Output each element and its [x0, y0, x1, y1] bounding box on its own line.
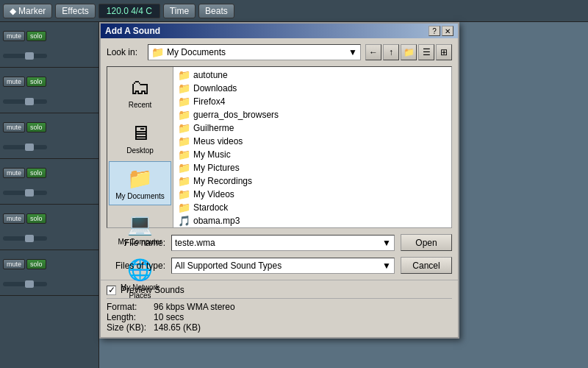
dialog-bottom: ✓ Preview Sounds Format: 96 kbps WMA ste… — [101, 280, 458, 337]
solo-btn[interactable]: solo — [26, 259, 46, 269]
format-row: Format: 96 kbps WMA stereo — [107, 302, 452, 312]
track-row: mutesolo — [0, 22, 98, 68]
list-item[interactable]: 📁guerra_dos_browsers — [175, 108, 450, 121]
mute-btn[interactable]: mute — [3, 168, 25, 178]
list-item[interactable]: 📁Downloads — [175, 82, 450, 95]
nav-label-desktop: Desktop — [126, 146, 154, 155]
file-name-label: My Music — [193, 149, 231, 160]
preview-checkbox[interactable]: ✓ — [107, 286, 116, 295]
filetype-value: All Supported Sound Types — [175, 261, 282, 271]
list-item[interactable]: 📁Meus videos — [175, 135, 450, 148]
solo-btn[interactable]: solo — [26, 213, 46, 224]
dialog-close-button[interactable]: ✕ — [442, 26, 453, 36]
track-row: mutesolo — [0, 159, 98, 205]
file-name-label: Meus videos — [193, 136, 243, 146]
beats-button[interactable]: Beats — [198, 4, 234, 18]
folder-icon: 📁 — [178, 109, 190, 121]
effects-button[interactable]: Effects — [55, 4, 95, 18]
file-name-label: Firefox4 — [193, 96, 225, 107]
folder-icon: 📁 — [151, 46, 164, 58]
list-item[interactable]: 📁My Pictures — [175, 161, 450, 174]
fader[interactable] — [3, 236, 47, 241]
marker-icon: ◆ — [10, 6, 16, 16]
add-sound-dialog: Add A Sound ? ✕ Look in: 📁 My Documents … — [99, 22, 459, 339]
filename-dropdown-arrow: ▼ — [382, 238, 391, 248]
mute-btn[interactable]: mute — [3, 31, 25, 41]
title-buttons: ? ✕ — [429, 26, 453, 36]
solo-btn[interactable]: solo — [26, 122, 46, 132]
filetype-label: Files of type: — [107, 261, 165, 271]
list-item[interactable]: 📁Guilherme — [175, 121, 450, 135]
cancel-button[interactable]: Cancel — [401, 257, 452, 274]
list-item[interactable]: 📁My Recordings — [175, 174, 450, 188]
solo-btn[interactable]: solo — [26, 168, 46, 178]
format-label: Format: — [107, 302, 151, 312]
list-item[interactable]: 📁Stardock — [175, 201, 450, 214]
fader[interactable] — [3, 191, 47, 195]
nav-item-desktop[interactable]: 🖥 Desktop — [109, 116, 171, 160]
file-name-label: Stardock — [193, 202, 228, 213]
folder-icon: 📁 — [178, 122, 190, 134]
mute-btn[interactable]: mute — [3, 213, 25, 224]
preview-label: Preview Sounds — [121, 285, 184, 295]
filetype-select[interactable]: All Supported Sound Types ▼ — [171, 258, 395, 274]
list-item[interactable]: 📁My Music — [175, 148, 450, 161]
size-label: Size (KB): — [107, 322, 151, 333]
track-row: mutesolo — [0, 68, 98, 113]
file-list: 📁autotune📁Downloads📁Firefox4📁guerra_dos_… — [173, 67, 451, 227]
filename-input[interactable]: teste.wma ▼ — [171, 235, 395, 251]
marker-button[interactable]: ◆ Marker — [3, 4, 52, 18]
open-button[interactable]: Open — [401, 234, 452, 251]
recent-icon: 🗂 — [130, 75, 151, 99]
time-button[interactable]: Time — [163, 4, 196, 18]
left-nav: 🗂 Recent 🖥 Desktop 📁 My Documents 💻 My C… — [107, 67, 173, 227]
nav-item-recent[interactable]: 🗂 Recent — [109, 70, 171, 114]
fader[interactable] — [3, 282, 47, 286]
file-name-label: obama.mp3 — [193, 216, 240, 226]
up-button[interactable]: ↑ — [383, 44, 399, 60]
list-item[interactable]: 🎵obama.mp3 — [175, 214, 450, 227]
list-item[interactable]: 📁Firefox4 — [175, 95, 450, 108]
dialog-title: Add A Sound — [105, 26, 160, 36]
folder-icon: 📁 — [178, 175, 190, 187]
nav-item-mydocuments[interactable]: 📁 My Documents — [109, 161, 171, 205]
main-area: 🗂 Recent 🖥 Desktop 📁 My Documents 💻 My C… — [107, 66, 452, 228]
list-item[interactable]: 📁autotune — [175, 68, 450, 82]
new-folder-button[interactable]: 📁 — [401, 44, 417, 60]
nav-label-recent: Recent — [129, 101, 152, 109]
mute-btn[interactable]: mute — [3, 259, 25, 269]
look-in-row: Look in: 📁 My Documents ▼ ← ↑ 📁 ☰ ⊞ — [107, 44, 452, 60]
fader[interactable] — [3, 145, 47, 149]
list-item[interactable]: 📁My Videos — [175, 188, 450, 201]
track-row: mutesolo — [0, 205, 98, 250]
mute-btn[interactable]: mute — [3, 122, 25, 132]
filename-value: teste.wma — [175, 238, 215, 248]
folder-icon: 📁 — [178, 149, 190, 160]
back-button[interactable]: ← — [365, 44, 381, 60]
transport-display: 120.0 4/4 C — [98, 4, 160, 18]
track-row: mutesolo — [0, 113, 98, 159]
solo-btn[interactable]: solo — [26, 31, 46, 41]
view-button[interactable]: ☰ — [418, 44, 434, 60]
folder-icon: 📁 — [178, 69, 190, 81]
folder-icon: 📁 — [178, 162, 190, 174]
fader[interactable] — [3, 99, 47, 104]
folder-icon: 📁 — [178, 135, 190, 147]
view2-button[interactable]: ⊞ — [436, 44, 452, 60]
fader[interactable] — [3, 54, 47, 58]
file-name-label: My Pictures — [193, 163, 240, 173]
size-row: Size (KB): 148.65 (KB) — [107, 322, 452, 333]
look-in-dropdown[interactable]: 📁 My Documents ▼ — [148, 44, 361, 60]
dialog-titlebar: Add A Sound ? ✕ — [101, 24, 458, 38]
dialog-help-button[interactable]: ? — [429, 26, 440, 36]
file-name-label: My Recordings — [193, 176, 252, 186]
format-value: 96 kbps WMA stereo — [154, 302, 235, 312]
file-name-label: Downloads — [193, 83, 237, 93]
mute-btn[interactable]: mute — [3, 77, 25, 87]
folder-icon: 📁 — [178, 202, 190, 213]
file-name-label: guerra_dos_browsers — [193, 110, 279, 120]
my-documents-icon: 📁 — [127, 166, 153, 191]
solo-btn[interactable]: solo — [26, 77, 46, 87]
my-computer-icon: 💻 — [127, 212, 153, 236]
folder-icon: 📁 — [178, 96, 190, 107]
